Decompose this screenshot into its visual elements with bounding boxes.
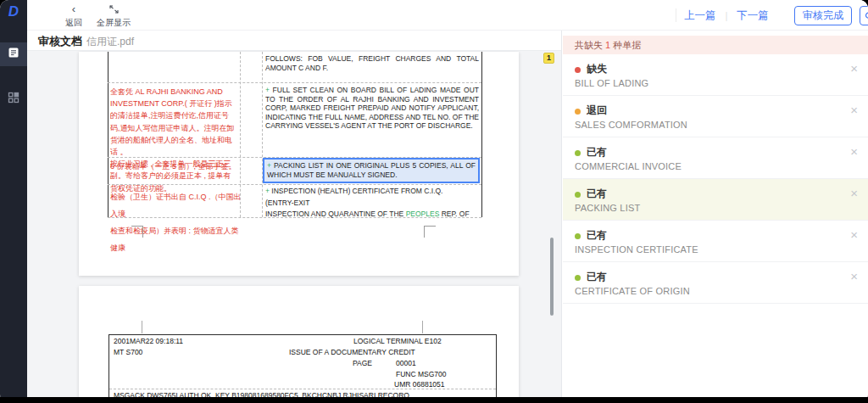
status-badge: 已有: [587, 187, 607, 201]
review-complete-button[interactable]: 审核完成: [794, 6, 852, 25]
pdf-page-1: FOLLOWS: FOB VALUE, FREIGHT CHARGES AND …: [79, 52, 519, 276]
list-item-packing-list[interactable]: 已有 PACKING LIST ×: [563, 179, 868, 221]
swift-divider: [109, 389, 496, 389]
fullscreen-icon: [108, 4, 120, 15]
list-item-commercial-invoice[interactable]: 已有 COMMERCIAL INVOICE ×: [563, 137, 868, 179]
swift-msgack: MSGACK DWS765I AUTH OK, KEY B19808168958…: [114, 391, 409, 397]
fullscreen-button[interactable]: 全屏显示: [93, 4, 134, 29]
list-item-bill-of-lading[interactable]: 缺失 BILL OF LADING ×: [563, 54, 868, 96]
app-window: D: [0, 0, 868, 403]
table-border: [108, 52, 108, 217]
doc-text-packing-list: + PACKING LIST IN ONE ORIGINAL PLUS 5 CO…: [267, 161, 476, 179]
document-name: BILL OF LADING: [575, 78, 648, 88]
list-item-sales-comformation[interactable]: 退回 SALES COMFORMATION ×: [563, 96, 868, 137]
swift-page-label: PAGE: [353, 359, 372, 367]
page-title: 审核文档: [38, 34, 82, 49]
prev-doc-link[interactable]: 上一篇: [684, 8, 716, 23]
sidebar-item-apps[interactable]: [0, 87, 27, 111]
plus-marker: +: [265, 187, 270, 195]
swift-terminal: LOGICAL TERMINAL E102: [353, 337, 442, 345]
swift-mt: MT S700: [114, 348, 142, 356]
document-name: COMMERCIAL INVOICE: [575, 161, 682, 171]
status-badge: 缺失: [587, 62, 607, 76]
doc-text-green: PEOPLES: [406, 210, 440, 218]
status-badge: 已有: [587, 270, 607, 284]
checklist-panel: 共缺失1种单据 缺失 BILL OF LADING × 退回 SALES COM…: [561, 31, 868, 397]
swift-func: FUNC MSG700: [396, 370, 447, 378]
document-name: PACKING LIST: [575, 203, 640, 213]
packing-list-highlight[interactable]: + PACKING LIST IN ONE ORIGINAL PLUS 5 CO…: [263, 158, 480, 183]
status-dot: [575, 150, 581, 156]
app-chrome: D: [0, 0, 868, 397]
crop-mark: [131, 226, 143, 238]
next-doc-link[interactable]: 下一篇: [737, 8, 769, 23]
status-dot: [575, 67, 581, 73]
crop-mark: [142, 321, 142, 333]
doc-text-follows: FOLLOWS: FOB VALUE, FREIGHT CHARGES AND …: [265, 54, 479, 72]
fullscreen-label: 全屏显示: [97, 17, 131, 29]
back-button[interactable]: ‹ 返回: [61, 4, 86, 29]
document-subheader: 审核文档 信用证.pdf: [27, 31, 561, 51]
back-label: 返回: [65, 17, 82, 29]
crop-mark: [424, 226, 436, 238]
doc-annotation-bol-cn: 全套凭 AL RAJHI BANKING AND INVESTMENT CORP…: [110, 86, 237, 194]
swift-title: ISSUE OF A DOCUMENTARY CREDIT: [289, 348, 415, 356]
list-item-certificate-of-origin[interactable]: 已有 CERTIFICATE OF ORIGIN ×: [563, 262, 868, 304]
checklist-items: 缺失 BILL OF LADING × 退回 SALES COMFORMATIO…: [563, 54, 868, 304]
viewport-scrollbar[interactable]: [550, 238, 554, 316]
grid-icon: [8, 92, 19, 107]
document-viewport[interactable]: FOLLOWS: FOB VALUE, FREIGHT CHARGES AND …: [27, 51, 561, 397]
table-border: [262, 52, 263, 217]
document-icon: [8, 47, 19, 62]
status-dot: [575, 275, 581, 281]
annotation-badge-1[interactable]: 1: [543, 53, 554, 64]
status-badge: 已有: [587, 228, 607, 243]
swift-umr: UMR 06881051: [394, 380, 445, 389]
document-name: CERTIFICATE OF ORIGIN: [575, 286, 690, 296]
status-badge: 退回: [587, 104, 607, 118]
document-name: INSPECTION CERTIFICATE: [575, 244, 698, 255]
doc-nav: 上一篇 ｜ 下一篇: [684, 0, 769, 31]
status-dot: [575, 109, 581, 115]
cloud-download-icon: [865, 8, 868, 24]
toolbar-divider: [676, 8, 676, 22]
document-name: SALES COMFORMATION: [575, 120, 687, 130]
swift-timestamp: 2001MAR22 09:18:11: [114, 337, 183, 345]
crop-mark: [422, 321, 423, 333]
table-border: [108, 82, 481, 83]
plus-marker: +: [265, 86, 270, 94]
pdf-page-2: 2001MAR22 09:18:11 LOGICAL TERMINAL E102…: [79, 286, 519, 397]
back-icon: ‹: [72, 4, 75, 15]
download-button[interactable]: [860, 6, 868, 25]
app-logo: D: [0, 3, 27, 20]
status-dot: [575, 233, 581, 239]
close-icon[interactable]: ×: [850, 62, 858, 75]
sidebar: D: [0, 0, 27, 397]
doc-text-bol: + FULL SET CLEAN ON BOARD BILL OF LADING…: [265, 86, 479, 131]
close-icon[interactable]: ×: [850, 187, 858, 199]
topbar: ‹ 返回 全屏显示 上一篇 ｜ 下一篇 审核完成: [27, 0, 868, 31]
missing-summary: 共缺失1种单据: [563, 36, 868, 54]
close-icon[interactable]: ×: [850, 104, 858, 116]
status-dot: [575, 192, 581, 198]
table-border: [481, 52, 482, 217]
doc-annotation-inspection-cn: 检验（卫生）证书出自 C.I.Q .（中国出入境 检查和检疫局）并表明 : 货物…: [110, 188, 244, 256]
list-item-inspection-certificate[interactable]: 已有 INSPECTION CERTIFICATE ×: [563, 221, 868, 262]
doc-text-inspection: + INSPECTION (HEALTH) CERTIFICATE FROM C…: [265, 186, 479, 221]
swift-page-number: 00001: [396, 359, 416, 367]
status-badge: 已有: [587, 145, 607, 160]
doc-annotation-packing-cn: 6 份装箱单（一正 5 副）, 全部手签。: [110, 161, 237, 172]
missing-count: 1: [605, 40, 610, 50]
close-icon[interactable]: ×: [850, 270, 858, 283]
sidebar-item-documents[interactable]: [0, 42, 27, 66]
close-icon[interactable]: ×: [850, 228, 858, 241]
close-icon[interactable]: ×: [850, 145, 858, 158]
swift-message-box: 2001MAR22 09:18:11 LOGICAL TERMINAL E102…: [108, 334, 497, 397]
plus-marker: +: [267, 161, 271, 170]
nav-separator: ｜: [722, 9, 732, 22]
document-filename: 信用证.pdf: [86, 35, 134, 49]
